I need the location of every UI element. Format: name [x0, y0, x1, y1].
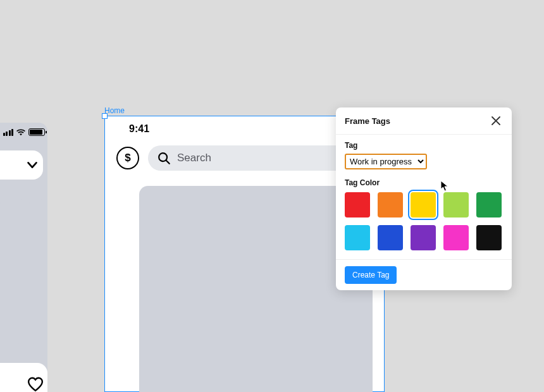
left-status-bar	[0, 123, 47, 142]
status-time: 9:41	[129, 123, 149, 135]
svg-line-1	[166, 161, 170, 164]
color-swatch-green[interactable]	[476, 192, 502, 217]
color-swatch-purple[interactable]	[411, 225, 436, 250]
heart-icon	[27, 377, 44, 392]
left-placeholder	[29, 199, 43, 344]
close-button[interactable]	[489, 114, 503, 128]
left-top-card	[0, 150, 43, 180]
color-swatch-grid	[345, 192, 503, 250]
left-placeholder	[0, 199, 23, 344]
color-swatch-yellow[interactable]	[411, 192, 436, 217]
tag-field-label: Tag	[345, 141, 503, 150]
popover-header: Frame Tags	[336, 107, 512, 135]
wifi-icon	[16, 128, 26, 136]
main-toolbar: $ Search	[116, 145, 373, 171]
popover-title: Frame Tags	[345, 116, 390, 126]
create-tag-button[interactable]: Create Tag	[345, 266, 397, 284]
close-icon	[491, 116, 500, 125]
currency-button[interactable]: $	[116, 147, 139, 169]
dollar-icon: $	[125, 152, 130, 164]
color-swatch-black[interactable]	[476, 225, 502, 250]
frame-tags-popover: Frame Tags Tag Work in progress Tag Colo…	[336, 107, 512, 290]
color-swatch-red[interactable]	[345, 192, 370, 217]
battery-icon	[28, 128, 45, 136]
color-swatch-cyan[interactable]	[345, 225, 370, 250]
left-artboard	[0, 123, 47, 392]
search-icon	[157, 151, 171, 165]
color-swatch-orange[interactable]	[378, 192, 403, 217]
color-swatch-blue[interactable]	[378, 225, 403, 250]
search-placeholder: Search	[177, 152, 211, 164]
selection-handle[interactable]	[102, 113, 108, 119]
popover-footer: Create Tag	[336, 259, 512, 290]
color-swatch-magenta[interactable]	[443, 225, 469, 250]
cell-signal-icon	[3, 129, 14, 136]
left-bottom-card	[0, 363, 47, 392]
color-swatch-lime[interactable]	[443, 192, 469, 217]
popover-body: Tag Work in progress Tag Color	[336, 135, 512, 259]
tag-select[interactable]: Work in progress	[345, 154, 427, 169]
chevron-down-icon	[25, 158, 39, 172]
tag-color-label: Tag Color	[345, 178, 503, 187]
